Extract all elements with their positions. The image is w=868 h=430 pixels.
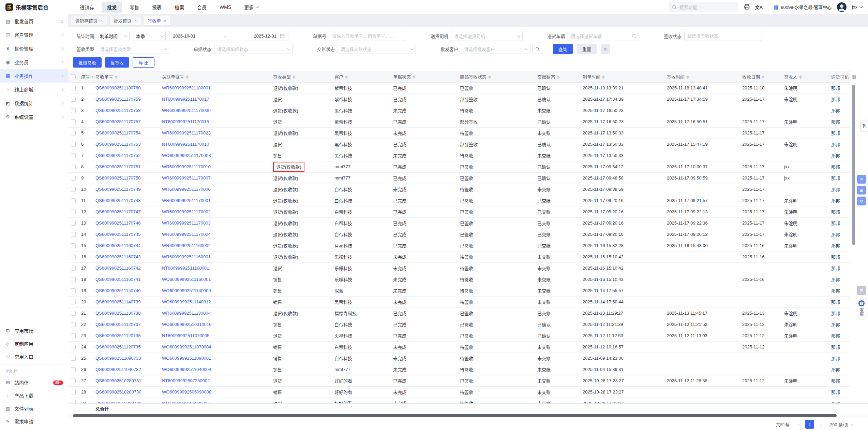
column-settings-tab[interactable]: 列 — [860, 120, 868, 131]
row-checkbox[interactable] — [71, 333, 76, 338]
related-doc-link[interactable]: WO60099992511170008 — [162, 153, 211, 158]
sidebar-item-应用市场[interactable]: ⊞应用市场 — [0, 324, 68, 337]
sidebar-item-文件列表[interactable]: ▥文件列表 — [0, 402, 68, 415]
related-doc-link[interactable]: NT60099992511160001 — [162, 266, 209, 271]
column-header-序号[interactable]: 序号 — [78, 71, 93, 82]
receipt-no-link[interactable]: QS6009902511170750 — [95, 175, 141, 181]
receipt-no-link[interactable]: QS6009902511120737 — [95, 322, 141, 327]
related-doc-link[interactable]: WO60099992511140012 — [162, 299, 211, 304]
nav-item-档案[interactable]: 档案 — [169, 2, 190, 13]
receipt-no-link[interactable]: QS6009902511170745 — [95, 232, 141, 237]
driver-select[interactable]: 请选择送货司机 — [451, 31, 523, 41]
related-doc-link[interactable]: NT60099992505090007 — [162, 401, 210, 403]
related-doc-link[interactable]: WR60099992511170007 — [162, 175, 211, 181]
receipt-no-link[interactable]: QS6009902511180760 — [95, 85, 141, 90]
related-doc-link[interactable]: WO60099992505090008 — [162, 389, 211, 395]
customer-search-button[interactable] — [533, 44, 542, 54]
sidebar-item-站内信[interactable]: ✉站内信99+ — [0, 376, 68, 389]
sidebar-collapse-icon[interactable]: « — [60, 18, 63, 24]
current-page-button[interactable]: 1 — [805, 420, 814, 429]
receipt-no-link[interactable]: QS6009902511170749 — [95, 187, 141, 192]
related-doc-link[interactable]: WO60099992510310016 — [162, 322, 211, 327]
related-doc-link[interactable]: WO60099992511160001 — [162, 277, 211, 282]
back-top-icon[interactable]: ≣ — [857, 286, 866, 295]
related-doc-link[interactable]: WR60099992511170006 — [162, 187, 211, 192]
receipt-no-link[interactable]: QS6009902510280730 — [95, 389, 141, 395]
related-doc-link[interactable]: WO60099992511040004 — [162, 367, 211, 372]
receipt-no-link[interactable]: QS6009902511090733 — [95, 356, 141, 361]
column-header-收款日期[interactable]: 收款日期 — [739, 71, 781, 82]
related-doc-link[interactable]: WO60099992511140009 — [162, 288, 211, 293]
receipt-no-link[interactable]: QS6009902510280731 — [95, 378, 141, 383]
row-checkbox[interactable] — [71, 97, 76, 102]
related-doc-link[interactable]: WR60099992511160001 — [162, 254, 211, 259]
doc-status-select[interactable]: 请选择单据状态 — [214, 44, 293, 54]
horizontal-scrollbar[interactable] — [68, 414, 868, 418]
sidebar-item-定制应用[interactable]: ◇定制应用 — [0, 337, 68, 350]
sidebar-item-产品下载[interactable]: ↓产品下载 — [0, 389, 68, 402]
receipt-no-link[interactable]: QS6009902511160743 — [95, 254, 141, 259]
stat-period-select[interactable]: 本季 — [133, 31, 166, 41]
row-checkbox[interactable] — [71, 198, 76, 203]
nav-item-WMS[interactable]: WMS — [214, 2, 237, 12]
sign-status-select[interactable] — [684, 31, 762, 41]
prev-page-button[interactable]: ‹ — [794, 420, 803, 429]
batch-sign-button[interactable]: 批量签收 — [73, 57, 102, 68]
list-icon[interactable]: ≡ — [857, 175, 866, 184]
sort-icon[interactable] — [557, 75, 559, 79]
row-checkbox[interactable] — [71, 131, 76, 135]
row-checkbox[interactable] — [71, 288, 76, 293]
receipt-no-link[interactable]: QS6009902511170752 — [95, 153, 141, 158]
sidebar-item-需求申请[interactable]: ✎需求申请 — [0, 415, 68, 428]
filter-collapse-button[interactable]: ≡ — [601, 44, 610, 54]
tab-签收单[interactable]: 签收单× — [143, 16, 171, 26]
receipt-no-link[interactable]: QS6009902511120735 — [95, 344, 141, 349]
customer-service-button[interactable]: ☎ 客服 — [857, 298, 866, 319]
printer-icon[interactable] — [744, 4, 750, 10]
related-doc-link[interactable]: WR60099992511170001 — [162, 198, 211, 203]
column-header-关联单据号[interactable]: 关联单据号 — [159, 71, 270, 82]
sort-icon[interactable] — [686, 75, 689, 79]
related-doc-link[interactable]: NT60099992511070005 — [162, 333, 209, 338]
close-icon[interactable]: × — [164, 18, 166, 23]
stat-time-type-select[interactable]: 制单时间 — [97, 31, 130, 41]
search-button[interactable]: 查询 — [553, 44, 573, 54]
row-checkbox[interactable] — [71, 142, 76, 147]
receipt-no-link[interactable]: QS6009902511160741 — [95, 277, 141, 282]
tab-进销存首页[interactable]: 进销存首页× — [71, 16, 107, 26]
row-checkbox[interactable] — [71, 210, 76, 214]
avatar[interactable] — [837, 2, 847, 12]
row-checkbox[interactable] — [71, 176, 76, 181]
sort-icon[interactable] — [762, 75, 764, 79]
row-checkbox[interactable] — [71, 300, 76, 304]
sidebar-item-售价管理[interactable]: ¥售价管理 — [0, 42, 68, 55]
nav-item-会员[interactable]: 会员 — [192, 2, 212, 13]
reset-button[interactable]: 重置 — [577, 44, 597, 54]
row-checkbox[interactable] — [71, 322, 76, 327]
related-doc-link[interactable]: NT60099992511170017 — [162, 97, 209, 102]
row-checkbox[interactable] — [71, 356, 76, 361]
receipt-no-link[interactable]: QS6009902511170753 — [95, 142, 141, 147]
sidebar-item-线上商城[interactable]: ⌂线上商城 — [0, 83, 68, 96]
nav-item-批发[interactable]: 批发 — [102, 2, 122, 13]
column-header-签收人[interactable]: 签收人 — [781, 71, 828, 82]
row-checkbox[interactable] — [71, 221, 76, 226]
row-checkbox[interactable] — [71, 86, 76, 90]
related-doc-link[interactable]: WR60099992511160002 — [162, 243, 211, 248]
global-search-input[interactable]: 搜索功能 — [669, 2, 738, 12]
column-header-送货司机[interactable]: 送货司机 — [828, 71, 850, 82]
row-checkbox[interactable] — [71, 243, 76, 248]
sidebar-item-业务员[interactable]: ◉业务员 — [0, 55, 68, 69]
receipt-no-link[interactable]: QS6009902511130738 — [95, 311, 141, 316]
receipt-no-link[interactable]: QS6009902511170748 — [95, 198, 141, 203]
store-selector[interactable]: ▦ 60099-水果之最-管理中心 — [774, 4, 832, 10]
sort-icon[interactable] — [92, 75, 93, 79]
receipt-no-link[interactable]: QS6009902511140739 — [95, 299, 141, 304]
sort-icon[interactable] — [799, 75, 802, 79]
row-checkbox[interactable] — [71, 108, 76, 113]
nav-item-报表[interactable]: 报表 — [147, 2, 167, 13]
refresh-icon[interactable]: ↻ — [857, 197, 866, 205]
customer-select[interactable]: 请选择批发客户 — [461, 44, 530, 54]
row-checkbox[interactable] — [71, 277, 76, 282]
sign-type-select[interactable]: 请选择签收类型 — [97, 44, 169, 54]
